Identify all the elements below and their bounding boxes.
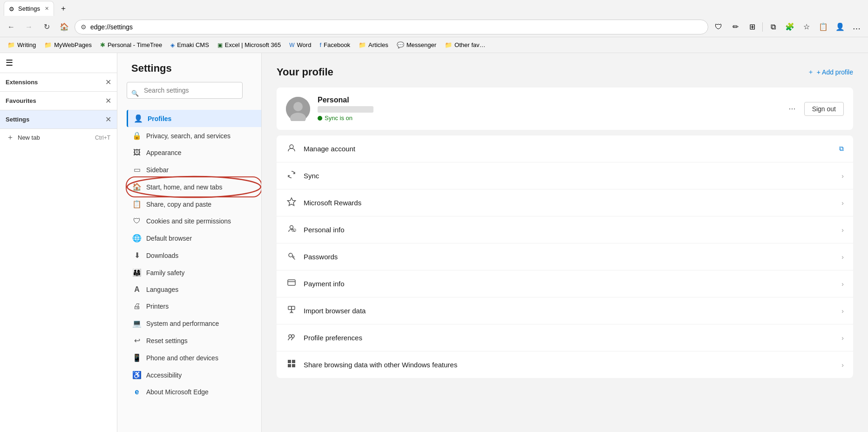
sidebar-toggle-button[interactable]: ☰ <box>4 56 15 70</box>
svg-point-13 <box>289 335 292 338</box>
settings-nav-sidebar[interactable]: ▭ Sidebar <box>127 161 261 178</box>
downloads-label: Downloads <box>146 252 178 259</box>
profile-more-button[interactable]: ··· <box>785 102 800 115</box>
settings-nav-profiles[interactable]: 👤 Profiles <box>127 110 261 127</box>
personal-info-row[interactable]: Personal info › <box>277 216 853 243</box>
favourites-close-button[interactable]: ✕ <box>105 96 111 105</box>
settings-nav-system[interactable]: 💻 System and performance <box>127 315 261 332</box>
passwords-label: Passwords <box>304 253 835 261</box>
add-profile-button[interactable]: ＋ + Add profile <box>807 68 853 76</box>
printers-icon: 🖨 <box>132 302 142 310</box>
bookmark-label: Facebook <box>324 41 350 48</box>
new-tab-button[interactable]: ＋ <box>56 2 71 15</box>
favorites-icon[interactable]: ☆ <box>799 20 814 34</box>
shield-icon[interactable]: 🛡 <box>711 20 726 34</box>
tab-close-button[interactable]: ✕ <box>45 6 49 12</box>
bookmark-timetree[interactable]: ✱ Personal - TimeTree <box>96 40 166 50</box>
settings-nav-phone[interactable]: 📱 Phone and other devices <box>127 349 261 366</box>
settings-more-icon[interactable]: … <box>849 20 864 34</box>
split-screen-icon[interactable]: ⧉ <box>766 20 780 34</box>
settings-nav-default-browser[interactable]: 🌐 Default browser <box>127 230 261 247</box>
bookmark-messenger[interactable]: 💬 Messenger <box>393 40 440 50</box>
profile-name: Personal <box>318 96 778 104</box>
settings-nav-appearance[interactable]: 🖼 Appearance <box>127 144 261 161</box>
payment-info-row[interactable]: Payment info › <box>277 270 853 297</box>
appearance-label: Appearance <box>146 149 182 156</box>
add-profile-label: + Add profile <box>817 68 853 76</box>
plus-icon: ＋ <box>7 133 14 142</box>
settings-nav-languages[interactable]: A Languages <box>127 281 261 298</box>
collections-icon[interactable]: 📋 <box>816 20 831 34</box>
microsoft-rewards-row[interactable]: Microsoft Rewards › <box>277 189 853 216</box>
share-browsing-data-row[interactable]: Share browsing data with other Windows f… <box>277 351 853 378</box>
svg-point-4 <box>290 145 293 148</box>
settings-nav-about[interactable]: e About Microsoft Edge <box>127 384 261 400</box>
svg-point-6 <box>290 226 293 229</box>
main-area: ☰ Extensions ✕ Favourites ✕ Settings ✕ ＋… <box>0 53 868 432</box>
cookies-icon: 🛡 <box>132 217 142 225</box>
profile-preferences-row[interactable]: Profile preferences › <box>277 324 853 351</box>
settings-close-button[interactable]: ✕ <box>105 115 111 124</box>
bookmark-other-favorites[interactable]: 📁 Other fav… <box>441 40 489 50</box>
profile-icon[interactable]: 👤 <box>833 20 848 34</box>
tab-favicon: ⚙ <box>9 6 15 12</box>
default-browser-icon: 🌐 <box>132 234 142 243</box>
settings-nav-share[interactable]: 📋 Share, copy and paste <box>127 196 261 213</box>
bookmark-writing[interactable]: 📁 Writing <box>4 40 40 50</box>
settings-nav-panel: Settings 👤 Profiles 🔒 Privacy, search, a… <box>117 53 262 432</box>
payment-info-label: Payment info <box>304 280 835 288</box>
sync-icon <box>286 170 297 182</box>
cookies-label: Cookies and site permissions <box>146 217 231 225</box>
sidebar-icon: ▭ <box>132 165 142 174</box>
sync-row[interactable]: Sync › <box>277 162 853 189</box>
settings-nav-printers[interactable]: 🖨 Printers <box>127 298 261 315</box>
favourites-title: Favourites <box>6 97 36 104</box>
profile-email <box>318 106 373 113</box>
sync-status: Sync is on <box>318 115 778 122</box>
settings-nav-downloads[interactable]: ⬇ Downloads <box>127 247 261 264</box>
edit-icon[interactable]: ✏ <box>728 20 743 34</box>
back-button[interactable]: ← <box>4 20 19 34</box>
tab-search-icon[interactable]: ⊞ <box>745 20 760 34</box>
languages-label: Languages <box>146 286 178 293</box>
new-tab-shortcut: Ctrl+T <box>95 135 110 141</box>
settings-nav-privacy[interactable]: 🔒 Privacy, search, and services <box>127 127 261 144</box>
settings-nav-family[interactable]: 👨‍👩‍👧 Family safety <box>127 264 261 281</box>
svg-rect-18 <box>292 364 295 367</box>
bookmark-articles[interactable]: 📁 Articles <box>355 40 392 50</box>
extensions-close-button[interactable]: ✕ <box>105 78 111 87</box>
tab-settings[interactable]: ⚙ Settings ✕ <box>4 1 54 16</box>
sign-out-button[interactable]: Sign out <box>804 102 844 116</box>
refresh-button[interactable]: ↻ <box>39 20 54 34</box>
settings-nav-start-home-tabs[interactable]: 🏠 Start, home, and new tabs <box>127 178 261 196</box>
address-input[interactable]: edge://settings <box>90 23 702 31</box>
settings-nav-reset[interactable]: ↩ Reset settings <box>127 332 261 349</box>
avatar <box>286 97 310 121</box>
search-settings-input[interactable] <box>127 82 243 99</box>
browser-essentials-icon[interactable]: 🧩 <box>782 20 797 34</box>
share-icon: 📋 <box>132 200 142 209</box>
passwords-row[interactable]: Passwords › <box>277 243 853 270</box>
tab-label: Settings <box>18 5 40 12</box>
bookmark-mywebpages[interactable]: 📁 MyWebPages <box>41 40 95 50</box>
phone-icon: 📱 <box>132 353 142 362</box>
bookmark-facebook[interactable]: f Facebook <box>316 40 354 50</box>
sidebar-favourites-header: Favourites ✕ <box>0 92 117 110</box>
your-profile-title: Your profile ＋ + Add profile <box>277 66 853 78</box>
svg-point-14 <box>292 335 294 338</box>
search-wrapper <box>127 82 261 104</box>
bookmark-emaki[interactable]: ◈ Emaki CMS <box>167 40 213 50</box>
import-browser-data-row[interactable]: Import browser data › <box>277 297 853 324</box>
new-tab-item[interactable]: ＋ New tab Ctrl+T <box>0 129 117 146</box>
settings-nav-cookies[interactable]: 🛡 Cookies and site permissions <box>127 213 261 230</box>
about-icon: e <box>132 388 142 396</box>
address-bar[interactable]: ⚙ edge://settings <box>75 20 708 34</box>
manage-account-row[interactable]: Manage account ⧉ <box>277 135 853 162</box>
bookmark-favicon: W <box>289 42 294 48</box>
forward-button[interactable]: → <box>21 20 36 34</box>
profile-preferences-icon <box>286 332 297 344</box>
home-button[interactable]: 🏠 <box>57 20 72 34</box>
bookmark-excel[interactable]: ▣ Excel | Microsoft 365 <box>214 40 285 50</box>
settings-nav-accessibility[interactable]: ♿ Accessibility <box>127 366 261 384</box>
bookmark-word[interactable]: W Word <box>285 40 315 50</box>
